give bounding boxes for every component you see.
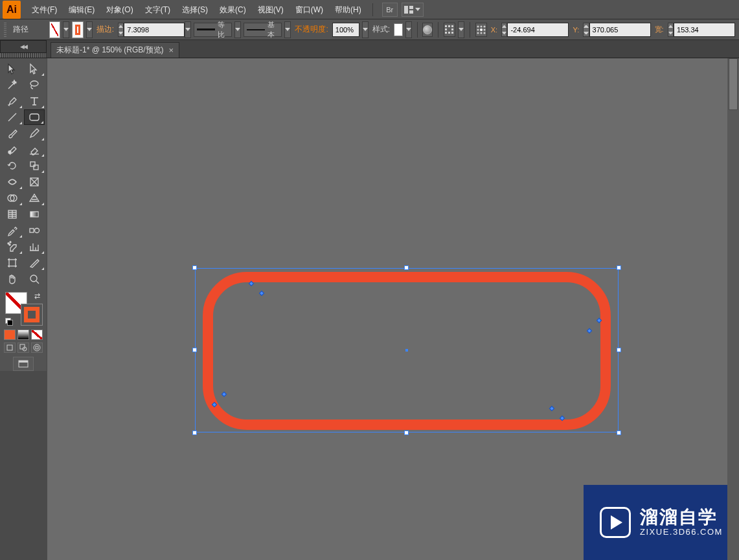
draw-inside[interactable] — [31, 342, 43, 353]
vertical-scrollbar[interactable] — [727, 58, 739, 560]
tool-free-transform[interactable] — [24, 174, 45, 190]
tool-zoom[interactable] — [24, 271, 45, 287]
canvas-area[interactable]: 溜溜自学 ZIXUE.3D66.COM — [47, 58, 739, 560]
tool-blend[interactable] — [24, 223, 45, 238]
bridge-button[interactable]: Br — [382, 3, 398, 17]
selected-object[interactable] — [195, 268, 619, 432]
x-input[interactable] — [510, 26, 565, 34]
tool-line[interactable] — [2, 109, 23, 125]
control-grip[interactable] — [4, 23, 6, 37]
tool-direct-selection[interactable] — [24, 61, 45, 76]
resize-handle-tr[interactable] — [617, 265, 621, 270]
stroke-swatch[interactable] — [72, 21, 83, 38]
tool-paintbrush[interactable] — [2, 126, 23, 141]
tool-artboard[interactable] — [2, 255, 23, 271]
w-input[interactable] — [677, 26, 732, 34]
tool-rotate[interactable] — [2, 158, 23, 174]
tool-rounded-rectangle[interactable] — [24, 109, 45, 125]
menu-effect[interactable]: 效果(C) — [214, 0, 252, 19]
arrange-docs-button[interactable] — [402, 3, 424, 17]
document-tab[interactable]: 未标题-1* @ 150% (RGB/预览) × — [51, 42, 179, 58]
tool-shape-builder[interactable] — [2, 190, 23, 206]
w-field[interactable] — [668, 23, 735, 37]
fill-stroke-control[interactable]: ⇄ — [4, 291, 43, 326]
stroke-weight-field[interactable] — [118, 23, 191, 37]
tool-symbol-sprayer[interactable] — [2, 239, 23, 254]
opacity-value[interactable]: 100% — [332, 23, 359, 37]
default-fill-stroke-icon[interactable] — [5, 318, 13, 326]
stroke-weight-dropdown[interactable] — [185, 21, 191, 38]
stroke-indicator[interactable] — [21, 304, 43, 326]
color-mode-solid[interactable] — [4, 330, 16, 340]
tool-type[interactable] — [24, 93, 45, 109]
stroke-weight-input[interactable] — [127, 26, 181, 34]
perspective-icon — [28, 192, 40, 204]
w-spinner[interactable] — [668, 23, 674, 37]
resize-handle-mr[interactable] — [617, 348, 621, 352]
menu-help[interactable]: 帮助(H) — [329, 0, 367, 19]
opacity-dropdown[interactable] — [362, 21, 369, 38]
resize-handle-bl[interactable] — [192, 431, 197, 435]
brush-dropdown[interactable] — [284, 21, 291, 38]
tool-blob-brush[interactable] — [2, 142, 23, 157]
resize-handle-bm[interactable] — [404, 431, 409, 435]
draw-normal[interactable] — [4, 342, 16, 353]
tool-mesh[interactable] — [2, 207, 23, 222]
tool-scale[interactable] — [24, 158, 45, 174]
menu-window[interactable]: 窗口(W) — [290, 0, 329, 19]
menu-type[interactable]: 文字(T) — [139, 0, 176, 19]
resize-handle-tl[interactable] — [192, 265, 197, 270]
menu-view[interactable]: 视图(V) — [252, 0, 290, 19]
y-spinner[interactable] — [583, 23, 589, 37]
resize-handle-br[interactable] — [617, 431, 621, 435]
tool-gradient[interactable] — [24, 207, 45, 222]
tab-close-button[interactable]: × — [169, 45, 174, 55]
recolor-button[interactable] — [422, 23, 433, 37]
stroke-label[interactable]: 描边: — [95, 24, 115, 35]
tool-width[interactable] — [2, 174, 23, 190]
toolbox-grip[interactable] — [0, 53, 47, 58]
draw-behind[interactable] — [17, 342, 29, 353]
tool-hand[interactable] — [2, 271, 23, 287]
y-field[interactable] — [583, 23, 650, 37]
fill-swatch[interactable] — [49, 21, 60, 38]
tool-column-graph[interactable] — [24, 239, 45, 254]
tool-selection[interactable] — [2, 61, 23, 76]
tool-magic-wand[interactable] — [2, 77, 23, 93]
opacity-label[interactable]: 不透明度: — [293, 24, 329, 35]
x-field[interactable] — [501, 23, 569, 37]
graphic-style-swatch[interactable] — [394, 23, 403, 36]
stroke-profile-select[interactable]: 等比 — [194, 23, 232, 37]
color-mode-none[interactable] — [31, 330, 43, 340]
brush-def-select[interactable]: 基本 — [244, 23, 282, 37]
fill-dropdown[interactable] — [63, 21, 69, 38]
tool-pencil[interactable] — [24, 126, 45, 141]
tool-eyedropper[interactable] — [2, 223, 23, 238]
y-input[interactable] — [593, 26, 648, 34]
menu-file[interactable]: 文件(F) — [26, 0, 63, 19]
swap-fill-stroke-icon[interactable]: ⇄ — [34, 292, 40, 300]
panel-collapse-toggle[interactable]: ◀◀ — [0, 40, 47, 53]
resize-handle-ml[interactable] — [192, 348, 197, 352]
menu-select[interactable]: 选择(S) — [176, 0, 214, 19]
align-button[interactable] — [444, 23, 455, 37]
screen-mode-button[interactable] — [13, 357, 34, 371]
x-spinner[interactable] — [501, 23, 507, 37]
align-dropdown[interactable] — [458, 21, 464, 38]
stroke-dropdown[interactable] — [86, 21, 93, 38]
profile-dropdown[interactable] — [234, 21, 241, 38]
resize-handle-tm[interactable] — [404, 265, 409, 270]
scrollbar-thumb[interactable] — [729, 58, 738, 110]
tool-lasso[interactable] — [24, 77, 45, 93]
stroke-weight-spinner[interactable] — [118, 23, 124, 37]
tool-perspective[interactable] — [24, 190, 45, 206]
tool-pen[interactable] — [2, 93, 23, 109]
transform-ref-point[interactable] — [475, 23, 487, 37]
menu-edit[interactable]: 编辑(E) — [63, 0, 100, 19]
color-mode-gradient[interactable] — [17, 330, 29, 340]
menu-object[interactable]: 对象(O) — [100, 0, 139, 19]
center-point[interactable] — [405, 349, 408, 352]
tool-eraser[interactable] — [24, 142, 45, 157]
style-dropdown[interactable] — [405, 21, 412, 38]
tool-slice[interactable] — [24, 255, 45, 271]
